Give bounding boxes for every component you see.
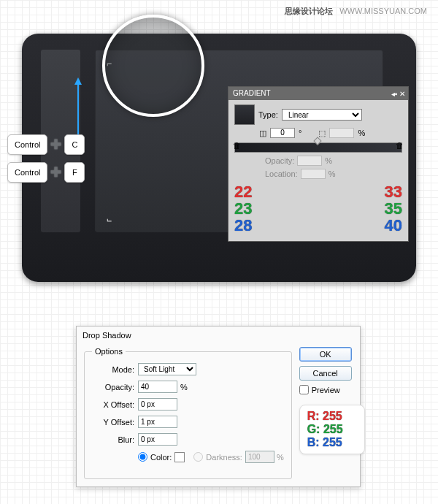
color-swatch[interactable] [174, 452, 185, 462]
gradient-panel: GRADIENT ◂▪ ✕ Type: Linear ◫ 0 ° ⬚ % 🗑 [228, 86, 409, 242]
tablet-illustration: ⌐ ⌐ ⌐ Control ✚ C Control ✚ F GRADIENT ◂… [22, 34, 416, 282]
gradient-bar[interactable]: 🗑 🗑 [234, 142, 402, 153]
angle-input[interactable]: 0 [270, 128, 295, 138]
options-legend: Options [92, 347, 126, 356]
preview-label: Preview [312, 386, 340, 394]
mode-label: Mode: [92, 365, 134, 374]
left-stop-rgb: 22 23 28 [234, 183, 252, 234]
rgb-readout: R: 255 G: 255 B: 255 [299, 405, 365, 454]
xoffset-label: X Offset: [92, 400, 134, 409]
options-fieldset: Options Mode: Soft Light Opacity: % X Of… [84, 347, 292, 479]
gradient-swatch[interactable] [234, 104, 255, 125]
key-control-2: Control [7, 162, 47, 183]
darkness-input [245, 451, 274, 463]
preview-checkbox[interactable] [299, 385, 309, 394]
dialog-sidebar: OK Cancel Preview R: 255 G: 255 B: 255 [299, 347, 365, 479]
yoffset-label: Y Offset: [92, 418, 134, 427]
percent-sign: % [180, 383, 188, 392]
darkness-radio[interactable] [193, 452, 203, 462]
darkness-label: Darkness: [206, 453, 242, 462]
arrow-up-line [77, 83, 79, 140]
ok-button[interactable]: OK [299, 347, 352, 362]
type-label: Type: [258, 110, 278, 119]
gradient-panel-title: GRADIENT [233, 89, 271, 97]
ratio-icon: ⬚ [318, 129, 326, 138]
trash-left-icon[interactable]: 🗑 [233, 141, 241, 150]
d-opacity-input[interactable] [138, 381, 177, 393]
ratio-input[interactable] [329, 128, 354, 138]
shortcut-row-1: Control ✚ C [7, 134, 85, 155]
blur-input[interactable] [138, 433, 177, 446]
cancel-button[interactable]: Cancel [299, 366, 352, 381]
right-stop-rgb: 33 35 40 [385, 183, 402, 234]
shortcut-row-2: Control ✚ F [7, 162, 85, 183]
gradient-panel-titlebar[interactable]: GRADIENT ◂▪ ✕ [228, 87, 408, 100]
panel-controls[interactable]: ◂▪ ✕ [391, 88, 405, 101]
key-c: C [64, 134, 85, 155]
watermark-url: WWW.MISSYUAN.COM [339, 7, 427, 15]
plus-icon-1: ✚ [50, 137, 61, 153]
yoffset-input[interactable] [138, 416, 177, 428]
watermark-cn: 思缘设计论坛 [285, 7, 333, 15]
blur-label: Blur: [92, 435, 134, 444]
location-label: Location: [265, 169, 298, 178]
plus-icon-2: ✚ [50, 164, 61, 180]
trash-right-icon[interactable]: 🗑 [396, 141, 404, 150]
gradient-midpoint[interactable] [314, 137, 322, 145]
key-f: F [64, 162, 85, 183]
key-control-1: Control [7, 134, 47, 155]
xoffset-input[interactable] [138, 398, 177, 411]
preview-checkbox-row[interactable]: Preview [299, 385, 365, 394]
opacity-label: Opacity: [265, 156, 294, 165]
crop-mark-bl: ⌐ [107, 216, 112, 226]
location-input[interactable] [301, 169, 326, 179]
type-select[interactable]: Linear [282, 109, 362, 121]
watermark: 思缘设计论坛 WWW.MISSYUAN.COM [285, 6, 427, 17]
color-radio[interactable] [138, 452, 147, 462]
opacity-input[interactable] [297, 156, 322, 166]
d-opacity-label: Opacity: [92, 383, 134, 392]
dialog-title: Drop Shadow [77, 327, 360, 344]
angle-icon: ◫ [259, 129, 266, 138]
mode-select[interactable]: Soft Light [138, 363, 196, 375]
magnifier-lens [102, 15, 204, 117]
drop-shadow-dialog: Drop Shadow Options Mode: Soft Light Opa… [76, 326, 361, 487]
color-label: Color: [150, 453, 172, 462]
